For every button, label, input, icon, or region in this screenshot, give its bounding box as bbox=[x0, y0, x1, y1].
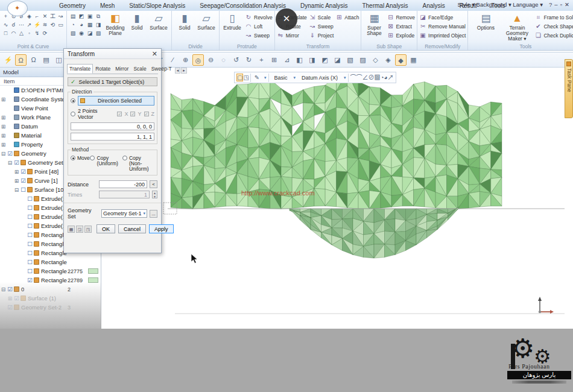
toolbar-icon[interactable]: ◧ bbox=[294, 54, 305, 66]
view-tool-icon[interactable]: ↗ bbox=[388, 74, 394, 81]
menu-dropdown[interactable]: Language ▾ bbox=[513, 1, 543, 8]
ribbon-small-button[interactable]: ▣Imprinted Object bbox=[419, 31, 466, 39]
view-tool-icon[interactable]: ⊘ bbox=[368, 74, 374, 81]
z-checkbox[interactable]: ✓ bbox=[144, 112, 149, 116]
tree-checkbox[interactable]: ☑ bbox=[7, 150, 13, 157]
menu-dropdown[interactable]: Style ▾ bbox=[457, 1, 476, 8]
toolbar-icon[interactable]: ⊿ bbox=[281, 54, 293, 66]
two-points-vector-radio[interactable] bbox=[71, 112, 75, 116]
point-curve-tool-icon[interactable]: ↗ bbox=[25, 21, 33, 29]
tree-checkbox[interactable]: ☐ bbox=[27, 241, 33, 247]
ribbon-small-button[interactable]: ↝Sweep bbox=[309, 22, 334, 30]
toolbar-icon[interactable]: ◈ bbox=[382, 54, 394, 66]
geometry-tool-icon[interactable]: ▤ bbox=[69, 12, 77, 21]
toolbar-icon[interactable]: ◎ bbox=[192, 54, 204, 66]
view-select-icon[interactable]: ▢ bbox=[236, 74, 243, 81]
point-curve-tool-icon[interactable]: ⋯ bbox=[17, 21, 25, 29]
window-button[interactable]: – bbox=[553, 1, 559, 8]
toolbar-icon[interactable]: Ω bbox=[28, 54, 39, 66]
tree-expander[interactable]: ⊟ bbox=[7, 160, 13, 166]
method-option[interactable]: Copy (Uniform) bbox=[90, 156, 122, 172]
tree-row[interactable]: ☐ Rectangle 22775 bbox=[0, 267, 101, 276]
x-checkbox[interactable]: ✓ bbox=[117, 112, 122, 116]
point-curve-tool-icon[interactable]: ≋ bbox=[41, 21, 49, 29]
apply-button[interactable]: Apply bbox=[149, 224, 174, 233]
tree-checkbox[interactable]: ☐ bbox=[27, 195, 33, 202]
ribbon-small-button[interactable]: ↻Revolve bbox=[245, 13, 273, 21]
tree-checkbox[interactable]: ☑ bbox=[20, 177, 27, 184]
view-select-icon[interactable]: ◳ bbox=[243, 74, 249, 81]
ribbon-big-button[interactable]: ▲Terrain Geometry Maker ▾ bbox=[501, 12, 533, 42]
geometry-tool-icon[interactable]: ▣ bbox=[86, 12, 94, 21]
tree-color-swatch[interactable] bbox=[88, 277, 98, 283]
point-curve-tool-icon[interactable]: ↝ bbox=[57, 12, 65, 21]
geometry-tool-icon[interactable]: ⧉ bbox=[94, 12, 103, 21]
ribbon-small-button[interactable]: ⌗Frame to Solid bbox=[534, 13, 573, 21]
ribbon-small-button[interactable]: ↝Sweep bbox=[245, 31, 273, 39]
ribbon-small-button[interactable]: ◪Face/Edge bbox=[419, 13, 466, 21]
geometry-tool-icon[interactable]: ▧ bbox=[69, 29, 77, 37]
method-radio[interactable] bbox=[122, 156, 127, 160]
method-radio[interactable] bbox=[90, 156, 95, 160]
dialog-tab[interactable]: Scale bbox=[131, 64, 148, 74]
video-overlay-close-button[interactable]: ✕ bbox=[276, 8, 297, 30]
menu-tab[interactable]: Analysis bbox=[416, 1, 452, 11]
geometry-set-more-button[interactable]: ... bbox=[150, 210, 157, 218]
tree-expander[interactable]: ⊟ bbox=[0, 286, 7, 292]
tree-expander[interactable]: ⊞ bbox=[13, 169, 20, 175]
point-curve-tool-icon[interactable]: ◠ bbox=[10, 29, 17, 37]
toolbar-icon[interactable]: ▦ bbox=[408, 54, 419, 66]
menu-dropdown[interactable]: Background ▾ bbox=[476, 1, 513, 8]
tree-checkbox[interactable]: ☐ bbox=[27, 232, 33, 238]
vector-input[interactable]: 1, 1, 1 bbox=[71, 133, 154, 141]
tree-row[interactable]: ⊞ ☑ Surface (1) bbox=[0, 294, 101, 303]
method-option[interactable]: Copy (Non-Uniform) bbox=[122, 156, 154, 172]
menu-tab[interactable]: Thermal Analysis bbox=[355, 1, 415, 11]
tree-checkbox[interactable]: ☐ bbox=[27, 223, 33, 229]
toolbar-icon[interactable]: + bbox=[256, 54, 267, 66]
point-curve-tool-icon[interactable]: ⌐ bbox=[33, 12, 41, 21]
dialog-tab[interactable]: Rotate bbox=[93, 64, 113, 74]
tree-row[interactable]: ☑ Rectangle 22789 bbox=[0, 276, 101, 285]
toolbar-icon[interactable]: ▧ bbox=[344, 54, 356, 66]
method-option[interactable]: Move bbox=[71, 156, 90, 172]
direction-selected-radio[interactable] bbox=[71, 98, 75, 103]
dialog-titlebar[interactable]: Transform ✕ bbox=[64, 49, 161, 59]
task-pane-tab[interactable]: Task Pane bbox=[565, 59, 573, 118]
tree-checkbox[interactable]: ☑ bbox=[7, 304, 13, 311]
menu-tab[interactable]: Static/Slope Analysis bbox=[122, 1, 192, 11]
ribbon-small-button[interactable]: ⊞Attach bbox=[335, 13, 359, 21]
ribbon-small-button[interactable]: ❏Check Duplicate bbox=[534, 31, 573, 39]
dialog-mini-icon[interactable]: ◲ bbox=[76, 226, 83, 233]
tree-expander[interactable]: ⊞ bbox=[7, 296, 13, 302]
ribbon-small-button[interactable]: ✂Remove Manual bbox=[419, 22, 466, 30]
tree-expander[interactable]: ⊟ bbox=[0, 151, 7, 157]
geometry-tool-icon[interactable]: ◉ bbox=[77, 29, 86, 37]
tree-checkbox[interactable]: ☐ bbox=[27, 204, 33, 211]
toolbar-icon[interactable]: ⊞ bbox=[268, 54, 280, 66]
point-curve-tool-icon[interactable]: ∿ bbox=[2, 21, 10, 29]
point-curve-tool-icon[interactable]: ☌ bbox=[10, 21, 17, 29]
menu-tab[interactable]: Dynamic Analysis bbox=[293, 1, 355, 11]
distance-pick-button[interactable]: < bbox=[150, 180, 157, 188]
datum-axis-select[interactable]: Datum Axis (X) bbox=[298, 75, 341, 81]
toolbar-icon[interactable]: ◪ bbox=[332, 54, 343, 66]
ribbon-big-button[interactable]: ▮Solid bbox=[126, 12, 148, 36]
view-tool-icon[interactable]: ⌒ bbox=[356, 74, 362, 81]
point-curve-tool-icon[interactable]: + bbox=[2, 12, 10, 21]
tree-checkbox[interactable]: ☐ bbox=[20, 186, 27, 193]
toolbar-icon[interactable]: ◆ bbox=[395, 54, 407, 66]
toolbar-icon[interactable]: Ω bbox=[15, 54, 27, 66]
ribbon-big-button[interactable]: ▱Surface bbox=[195, 12, 217, 31]
view-tool-icon[interactable]: ⌒ bbox=[350, 74, 356, 81]
ribbon-big-button[interactable]: ▮Solid bbox=[174, 12, 195, 31]
tree-checkbox[interactable]: ☐ bbox=[27, 259, 33, 265]
times-spinner[interactable]: ▲▼ bbox=[152, 191, 157, 198]
geometry-set-select[interactable]: Geometry Set-1▾ bbox=[101, 209, 147, 218]
geometry-tool-icon[interactable]: ▨ bbox=[94, 29, 103, 37]
ribbon-small-button[interactable]: ⇋Mirror bbox=[277, 31, 307, 39]
point-curve-tool-icon[interactable]: □ bbox=[2, 29, 10, 37]
point-curve-tool-icon[interactable]: ⟳ bbox=[41, 29, 49, 37]
mode-label[interactable]: Basic bbox=[270, 75, 291, 81]
ribbon-small-button[interactable]: ⇲Scale bbox=[309, 13, 334, 21]
